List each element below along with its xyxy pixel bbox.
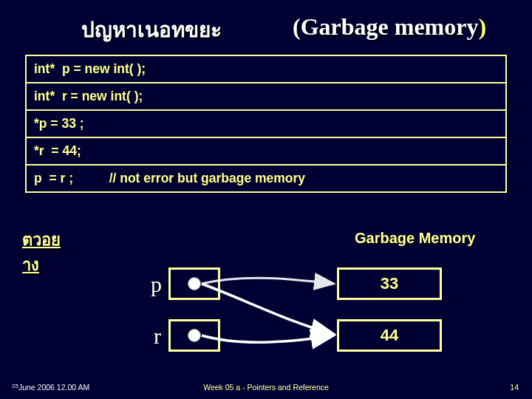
title-en-text: (Garbage memory xyxy=(293,13,478,40)
pointer-p-dot-icon xyxy=(188,277,201,290)
arrow-p-to-33 xyxy=(202,278,334,284)
value-44-box: 44 xyxy=(337,319,442,352)
code-l5-comment: // not error but garbage memory xyxy=(109,171,305,185)
arrow-r-to-44 xyxy=(202,335,334,342)
example-label-line2: าง xyxy=(22,256,39,274)
pointer-r-label: r xyxy=(154,324,161,349)
title-en-close: ) xyxy=(478,13,486,40)
arrow-p-to-44 xyxy=(202,284,334,334)
code-line-5: p = r ; // not error but garbage memory xyxy=(27,166,505,191)
code-line-3: *p = 33 ; xyxy=(27,111,505,138)
title-english: (Garbage memory) xyxy=(293,13,486,41)
example-label: ตวอย าง xyxy=(22,228,61,278)
slide-number: 14 xyxy=(510,383,519,392)
garbage-memory-label: Garbage Memory xyxy=(355,230,475,247)
title-thai: ปญหาเนอทขยะ xyxy=(81,13,222,46)
code-line-1: int* p = new int( ); xyxy=(27,56,505,83)
code-block: int* p = new int( ); int* r = new int( )… xyxy=(25,55,507,193)
code-line-2: int* r = new int( ); xyxy=(27,83,505,111)
example-label-line1: ตวอย xyxy=(22,231,61,249)
code-l5-stmt: p = r ; xyxy=(34,171,73,185)
footer-title: Week 05 a - Pointers and Reference xyxy=(0,383,532,392)
pointer-r-box xyxy=(168,319,220,352)
value-33-box: 33 xyxy=(337,267,442,300)
pointer-r-dot-icon xyxy=(188,329,201,342)
pointer-p-box xyxy=(168,267,220,300)
pointer-p-label: p xyxy=(151,272,162,297)
code-line-4: *r = 44; xyxy=(27,138,505,166)
